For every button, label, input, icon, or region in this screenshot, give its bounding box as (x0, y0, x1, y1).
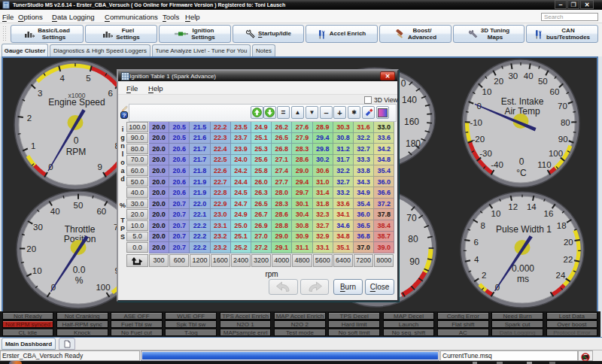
svg-text:2: 2 (482, 271, 486, 280)
svg-text:20: 20 (26, 244, 36, 253)
svg-text:80: 80 (561, 118, 570, 127)
svg-text:160: 160 (404, 117, 419, 127)
svg-text:°C: °C (516, 168, 527, 178)
svg-text:60: 60 (550, 87, 560, 96)
svg-text:100: 100 (549, 149, 563, 158)
svg-text:6: 6 (473, 238, 478, 247)
svg-text:30: 30 (33, 223, 43, 232)
svg-text:Est. Intake: Est. Intake (501, 96, 544, 107)
svg-text:0: 0 (401, 78, 406, 89)
svg-text:12: 12 (508, 202, 518, 211)
svg-text:%: % (75, 275, 84, 286)
svg-text:Engine Speed: Engine Speed (48, 97, 105, 108)
svg-text:14: 14 (527, 202, 537, 211)
svg-text:3: 3 (38, 89, 42, 98)
svg-text:1: 1 (31, 141, 35, 150)
svg-text:-30: -30 (479, 149, 492, 158)
svg-text:18: 18 (557, 221, 567, 230)
svg-text:0: 0 (519, 156, 524, 167)
svg-text:9: 9 (97, 162, 102, 171)
svg-text:40: 40 (524, 71, 534, 80)
svg-text:24: 24 (556, 271, 566, 280)
svg-text:10: 10 (491, 209, 501, 218)
svg-text:4: 4 (59, 74, 65, 83)
svg-text:30: 30 (508, 71, 518, 80)
svg-text:16: 16 (544, 209, 554, 218)
svg-text:0: 0 (74, 135, 79, 146)
svg-text:110: 110 (537, 160, 551, 169)
svg-text:RPM: RPM (66, 147, 87, 157)
svg-text:0.0: 0.0 (73, 265, 86, 275)
svg-text:5: 5 (86, 74, 90, 83)
svg-text:4: 4 (474, 255, 479, 264)
svg-text:70: 70 (558, 102, 567, 111)
svg-text:80: 80 (408, 234, 418, 244)
svg-text:8: 8 (481, 221, 485, 230)
svg-text:140: 140 (402, 95, 417, 105)
svg-text:6: 6 (108, 89, 112, 98)
svg-text:2: 2 (27, 114, 32, 123)
svg-text:60: 60 (96, 207, 106, 216)
svg-text:50: 50 (538, 77, 548, 86)
svg-text:-40: -40 (491, 160, 503, 169)
svg-text:Pulse Width 1: Pulse Width 1 (496, 224, 552, 235)
svg-text:ms: ms (517, 274, 529, 284)
svg-text:90: 90 (409, 256, 420, 267)
svg-text:100: 100 (96, 283, 110, 292)
svg-text:40: 40 (50, 207, 60, 216)
svg-text:Throttle: Throttle (65, 224, 96, 235)
svg-text:50: 50 (74, 201, 84, 210)
svg-text:90: 90 (558, 135, 568, 144)
svg-text:10: 10 (32, 266, 42, 275)
svg-text:10: 10 (482, 87, 492, 96)
svg-text:-10: -10 (470, 118, 482, 127)
svg-text:70: 70 (406, 213, 417, 223)
svg-text:-20: -20 (472, 135, 485, 144)
svg-text:20: 20 (564, 238, 573, 247)
svg-text:20: 20 (494, 77, 503, 86)
svg-text:22: 22 (564, 255, 573, 264)
svg-text:0.000: 0.000 (512, 263, 534, 274)
svg-text:180: 180 (406, 138, 421, 149)
